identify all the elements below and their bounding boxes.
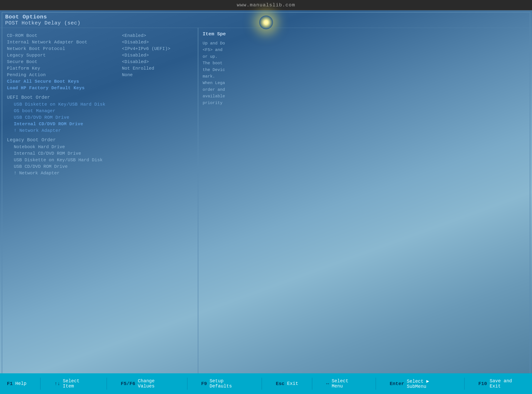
setting-row-pending-action[interactable]: Pending Action None xyxy=(7,72,191,78)
status-divider-5 xyxy=(312,378,312,390)
setting-label-network-protocol: Network Boot Protocol xyxy=(7,46,65,51)
status-divider-1 xyxy=(40,378,41,390)
bios-main-content: CD-ROM Boot <Enabled> Internal Network A… xyxy=(0,28,532,394)
setting-label-load-hp-keys: Load HP Factory Default Keys xyxy=(7,85,85,91)
help-line-6: mark. xyxy=(203,73,528,80)
settings-section: CD-ROM Boot <Enabled> Internal Network A… xyxy=(7,33,191,91)
help-line-7: When Lega xyxy=(203,80,528,86)
status-desc-select-menu: Select Menu xyxy=(332,378,362,389)
uefi-boot-item-5[interactable]: ! Network Adapter xyxy=(7,128,191,133)
status-f10: F10 Save and Exit xyxy=(478,378,525,389)
legacy-boot-order-section: Legacy Boot Order Notebook Hard Drive In… xyxy=(7,137,191,176)
legacy-boot-item-4[interactable]: USB CD/DVD ROM Drive xyxy=(7,164,191,169)
help-line-1: Up and Do xyxy=(203,40,528,47)
status-desc-f9: Setup Defaults xyxy=(210,378,248,389)
status-key-f10: F10 xyxy=(478,381,487,386)
bios-header: Boot Options POST Hotkey Delay (sec) xyxy=(0,10,532,28)
status-select-item: ↑↓ Select Item xyxy=(54,378,93,389)
setting-label-legacy-support: Legacy Support xyxy=(7,53,46,58)
setting-row-platform-key[interactable]: Platform Key Not Enrolled xyxy=(7,66,191,71)
help-line-5: the Devic xyxy=(203,67,528,73)
setting-row-internal-network[interactable]: Internal Network Adapter Boot <Disabled> xyxy=(7,40,191,45)
setting-row-network-protocol[interactable]: Network Boot Protocol <IPv4+IPv6 (UEFI)> xyxy=(7,46,191,51)
setting-row-secure-boot[interactable]: Secure Boot <Disabled> xyxy=(7,59,191,64)
setting-label-internal-network: Internal Network Adapter Boot xyxy=(7,40,87,45)
help-line-8: order and xyxy=(203,87,528,93)
legacy-boot-order-title: Legacy Boot Order xyxy=(7,137,191,143)
browser-top-bar: www.manualslib.com xyxy=(0,0,532,10)
setting-row-cdrom[interactable]: CD-ROM Boot <Enabled> xyxy=(7,33,191,38)
status-key-arrows: ↑↓ xyxy=(54,381,60,386)
help-line-2: <F5> and xyxy=(203,47,528,53)
help-line-4: The boot xyxy=(203,60,528,67)
right-panel-title: Item Spe xyxy=(203,31,528,37)
setting-label-secure-boot: Secure Boot xyxy=(7,59,37,64)
setting-label-platform-key: Platform Key xyxy=(7,66,40,71)
right-panel: Item Spe Up and Do <F5> and or up. The b… xyxy=(198,28,532,394)
status-desc-enter: Select ▶ SubMenu xyxy=(407,378,450,389)
status-esc: Esc Exit xyxy=(276,381,298,386)
status-enter: Enter Select ▶ SubMenu xyxy=(390,378,450,389)
bios-title: Boot Options xyxy=(5,14,527,20)
uefi-boot-item-1[interactable]: USB Diskette on Key/USB Hard Disk xyxy=(7,102,191,107)
setting-value-pending-action: None xyxy=(122,72,191,78)
setting-label-cdrom: CD-ROM Boot xyxy=(7,33,37,38)
setting-value-secure-boot: <Disabled> xyxy=(122,59,191,64)
help-line-3: or up. xyxy=(203,53,528,60)
setting-value-network-protocol: <IPv4+IPv6 (UEFI)> xyxy=(122,46,191,51)
setting-value-cdrom: <Enabled> xyxy=(122,33,191,38)
status-divider-6 xyxy=(376,378,376,390)
status-divider-7 xyxy=(464,378,464,390)
uefi-boot-order-title: UEFI Boot Order xyxy=(7,95,191,100)
status-divider-4 xyxy=(262,378,262,390)
status-desc-f1: Help xyxy=(15,381,26,386)
status-key-enter: Enter xyxy=(390,381,404,386)
status-divider-3 xyxy=(187,378,187,390)
setting-label-clear-secure-keys: Clear All Secure Boot Keys xyxy=(7,79,79,84)
setting-value-legacy-support: <Disabled> xyxy=(122,53,191,58)
status-f5f6: F5/F6 Change Values xyxy=(121,378,173,389)
status-desc-f5f6: Change Values xyxy=(138,378,173,389)
bios-screen: Boot Options POST Hotkey Delay (sec) CD-… xyxy=(0,10,532,394)
status-select-menu: ↔ Select Menu xyxy=(326,378,362,389)
setting-row-legacy-support[interactable]: Legacy Support <Disabled> xyxy=(7,53,191,58)
uefi-boot-item-2[interactable]: OS boot Manager xyxy=(7,108,191,114)
help-line-10: priority xyxy=(203,100,528,106)
status-desc-f10: Save and Exit xyxy=(490,378,525,389)
legacy-boot-item-3[interactable]: USB Diskette on Key/USB Hard Disk xyxy=(7,157,191,163)
setting-value-platform-key: Not Enrolled xyxy=(122,66,191,71)
status-f9: F9 Setup Defaults xyxy=(201,378,248,389)
uefi-boot-order-section: UEFI Boot Order USB Diskette on Key/USB … xyxy=(7,95,191,133)
legacy-boot-item-5[interactable]: ! Network Adapter xyxy=(7,171,191,176)
help-line-9: available xyxy=(203,93,528,100)
status-desc-esc: Exit xyxy=(287,381,298,386)
bios-subtitle: POST Hotkey Delay (sec) xyxy=(5,20,527,26)
setting-row-load-hp-keys[interactable]: Load HP Factory Default Keys xyxy=(7,85,191,91)
left-panel: CD-ROM Boot <Enabled> Internal Network A… xyxy=(0,28,198,394)
status-key-f1: F1 xyxy=(7,381,13,386)
status-desc-select-item: Select Item xyxy=(63,378,93,389)
setting-label-pending-action: Pending Action xyxy=(7,72,46,78)
status-divider-2 xyxy=(107,378,107,390)
status-key-f9: F9 xyxy=(201,381,207,386)
status-key-horiz: ↔ xyxy=(326,381,329,386)
status-f1: F1 Help xyxy=(7,381,26,386)
uefi-boot-item-4[interactable]: Internal CD/DVD ROM Drive xyxy=(7,121,191,127)
status-bar: F1 Help ↑↓ Select Item F5/F6 Change Valu… xyxy=(0,373,532,394)
setting-row-clear-secure-keys[interactable]: Clear All Secure Boot Keys xyxy=(7,79,191,84)
legacy-boot-item-1[interactable]: Notebook Hard Drive xyxy=(7,144,191,150)
uefi-boot-item-3[interactable]: USB CD/DVD ROM Drive xyxy=(7,115,191,120)
setting-value-internal-network: <Disabled> xyxy=(122,40,191,45)
url-bar: www.manualslib.com xyxy=(237,2,295,8)
status-key-f5f6: F5/F6 xyxy=(121,381,135,386)
legacy-boot-item-2[interactable]: Internal CD/DVD ROM Drive xyxy=(7,151,191,156)
status-key-esc: Esc xyxy=(276,381,284,386)
right-panel-help-text: Up and Do <F5> and or up. The boot the D… xyxy=(203,40,528,106)
